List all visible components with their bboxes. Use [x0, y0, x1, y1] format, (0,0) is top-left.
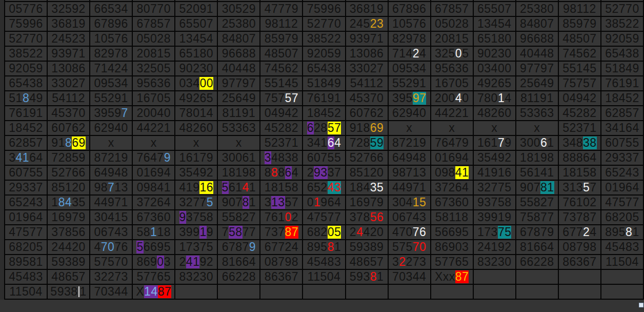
- cell-r17c14[interactable]: 08798: [559, 240, 601, 255]
- cell-r19c3[interactable]: 32273: [90, 270, 133, 285]
- cell-r3c14[interactable]: 48507: [559, 32, 601, 47]
- cell-r12c11[interactable]: 09841: [431, 166, 474, 181]
- cell-r2c3[interactable]: 67896: [90, 17, 133, 32]
- cell-r2c13[interactable]: 84807: [516, 17, 559, 32]
- cell-r8c9[interactable]: 60762: [346, 106, 389, 121]
- cell-r3c3[interactable]: 10576: [90, 32, 133, 47]
- cell-r1c4[interactable]: 80770: [133, 2, 175, 17]
- cell-r8c12[interactable]: 48260: [474, 106, 516, 121]
- cell-r7c6[interactable]: 25649: [218, 91, 260, 106]
- cell-r6c5[interactable]: 03400: [175, 76, 218, 91]
- cell-r9c7[interactable]: 45282: [260, 121, 303, 136]
- cell-r8c13[interactable]: 53363: [516, 106, 559, 121]
- cell-r10c6[interactable]: x: [218, 136, 260, 151]
- cell-r16c10[interactable]: 47076: [389, 225, 431, 240]
- cell-r2c12[interactable]: 13454: [474, 17, 516, 32]
- cell-r17c4[interactable]: 56695: [133, 240, 175, 255]
- cell-r4c11[interactable]: 32505: [431, 47, 474, 62]
- cell-r5c13[interactable]: 97797: [516, 62, 559, 76]
- cell-r15c9[interactable]: 37856: [346, 210, 389, 225]
- cell-r8c10[interactable]: 62940: [389, 106, 431, 121]
- cell-r5c9[interactable]: 33027: [346, 62, 389, 76]
- cell-r15c15[interactable]: 68205: [601, 210, 644, 225]
- cell-r20c12[interactable]: [474, 285, 516, 300]
- cell-r5c12[interactable]: 03400: [474, 62, 516, 76]
- cell-r4c1[interactable]: 38522: [5, 47, 48, 62]
- cell-r1c8[interactable]: 75996: [303, 2, 346, 17]
- cell-r10c5[interactable]: x: [175, 136, 218, 151]
- cell-r4c15[interactable]: 65438: [601, 47, 644, 62]
- cell-r20c2[interactable]: 59381: [48, 285, 90, 300]
- cell-r15c4[interactable]: 67360: [133, 210, 175, 225]
- cell-r4c8[interactable]: 92059: [303, 47, 346, 62]
- cell-r6c4[interactable]: 95636: [133, 76, 175, 91]
- cell-r10c7[interactable]: 52371: [260, 136, 303, 151]
- cell-r3c11[interactable]: 20815: [431, 32, 474, 47]
- cell-r6c11[interactable]: 16705: [431, 76, 474, 91]
- cell-r18c5[interactable]: 24192: [175, 255, 218, 270]
- cell-r11c4[interactable]: 76479: [133, 151, 175, 166]
- cell-r3c15[interactable]: 92059: [601, 32, 644, 47]
- cell-r5c1[interactable]: 92059: [5, 62, 48, 76]
- cell-r9c12[interactable]: x: [474, 121, 516, 136]
- cell-r7c12[interactable]: 78014: [474, 91, 516, 106]
- cell-r15c12[interactable]: 39919: [474, 210, 516, 225]
- cell-r9c1[interactable]: 18452: [5, 121, 48, 136]
- cell-r13c3[interactable]: 98713: [90, 181, 133, 196]
- cell-r13c10[interactable]: 44971: [389, 181, 431, 196]
- cell-r18c13[interactable]: 66228: [516, 255, 559, 270]
- cell-r6c14[interactable]: 75757: [559, 76, 601, 91]
- cell-r3c9[interactable]: 93971: [346, 32, 389, 47]
- cell-r17c9[interactable]: 59389: [346, 240, 389, 255]
- cell-r14c7[interactable]: 31357: [260, 196, 303, 210]
- cell-r16c3[interactable]: 06743: [90, 225, 133, 240]
- cell-r17c10[interactable]: 57570: [389, 240, 431, 255]
- cell-r8c5[interactable]: 78014: [175, 106, 218, 121]
- cell-r3c12[interactable]: 65180: [474, 32, 516, 47]
- resize-handle-icon[interactable]: [639, 303, 643, 307]
- cell-r12c10[interactable]: 98713: [389, 166, 431, 181]
- cell-r17c12[interactable]: 24192: [474, 240, 516, 255]
- cell-r5c6[interactable]: 40448: [218, 62, 260, 76]
- cell-r4c4[interactable]: 20815: [133, 47, 175, 62]
- cell-r7c5[interactable]: 49265: [175, 91, 218, 106]
- cell-r6c13[interactable]: 25649: [516, 76, 559, 91]
- cell-r15c8[interactable]: 47577: [303, 210, 346, 225]
- cell-r12c2[interactable]: 52766: [48, 166, 90, 181]
- cell-r3c4[interactable]: 05028: [133, 32, 175, 47]
- cell-r6c6[interactable]: 97797: [218, 76, 260, 91]
- cell-r17c2[interactable]: 24420: [48, 240, 90, 255]
- cell-r9c11[interactable]: x: [431, 121, 474, 136]
- cell-r17c11[interactable]: 86903: [431, 240, 474, 255]
- cell-r18c3[interactable]: 57570: [90, 255, 133, 270]
- cell-r15c10[interactable]: 06743: [389, 210, 431, 225]
- cell-r16c2[interactable]: 37856: [48, 225, 90, 240]
- cell-r4c2[interactable]: 93971: [48, 47, 90, 62]
- cell-r13c1[interactable]: 29337: [5, 181, 48, 196]
- cell-r5c14[interactable]: 55145: [559, 62, 601, 76]
- cell-r16c11[interactable]: 56695: [431, 225, 474, 240]
- cell-r19c14[interactable]: [559, 270, 601, 285]
- cell-r6c7[interactable]: 55145: [260, 76, 303, 91]
- cell-r7c11[interactable]: 20040: [431, 91, 474, 106]
- cell-r19c13[interactable]: [516, 270, 559, 285]
- cell-r7c10[interactable]: 39597: [389, 91, 431, 106]
- cell-r6c10[interactable]: 55291: [389, 76, 431, 91]
- cell-r13c13[interactable]: 90781: [516, 181, 559, 196]
- cell-r15c13[interactable]: 75877: [516, 210, 559, 225]
- cell-r9c15[interactable]: 34164: [601, 121, 644, 136]
- cell-r16c4[interactable]: 58118: [133, 225, 175, 240]
- cell-r8c6[interactable]: 81191: [218, 106, 260, 121]
- cell-r2c14[interactable]: 85979: [559, 17, 601, 32]
- cell-r6c2[interactable]: 33027: [48, 76, 90, 91]
- cell-r14c2[interactable]: 18435: [48, 196, 90, 210]
- cell-r11c11[interactable]: 01694: [431, 151, 474, 166]
- cell-r7c1[interactable]: 51849: [5, 91, 48, 106]
- cell-r18c4[interactable]: 86903: [133, 255, 175, 270]
- cell-r20c14[interactable]: [559, 285, 601, 300]
- cell-r16c15[interactable]: 89581: [601, 225, 644, 240]
- cell-r6c15[interactable]: 76191: [601, 76, 644, 91]
- cell-r18c8[interactable]: 45483: [303, 255, 346, 270]
- cell-r20c13[interactable]: [516, 285, 559, 300]
- cell-r3c7[interactable]: 85979: [260, 32, 303, 47]
